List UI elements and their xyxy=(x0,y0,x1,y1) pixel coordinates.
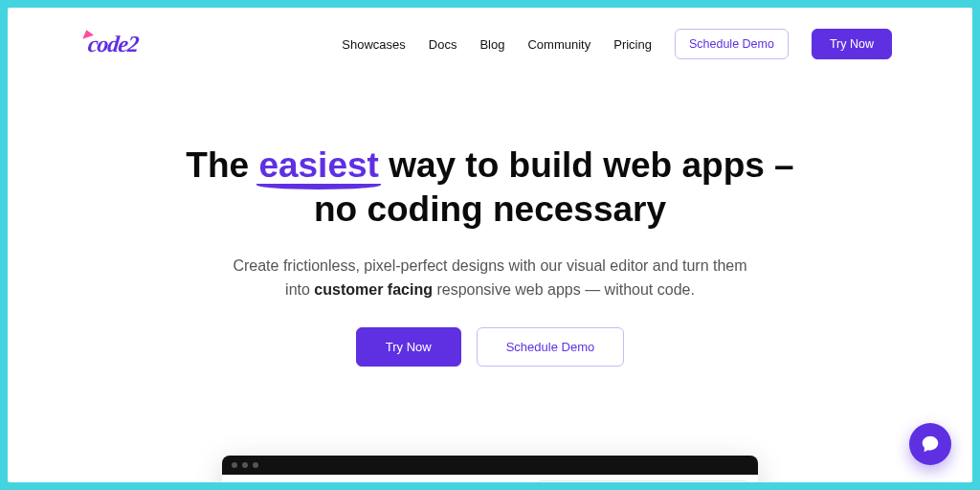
window-dot-icon xyxy=(232,462,237,468)
headline-highlight: easiest xyxy=(258,144,379,188)
window-dot-icon xyxy=(242,462,248,468)
nav-link-pricing[interactable]: Pricing xyxy=(613,37,652,52)
browser-chrome-bar xyxy=(222,456,758,475)
hero-subtext: Create frictionless, pixel-perfect desig… xyxy=(222,254,758,302)
nav-link-community[interactable]: Community xyxy=(527,37,590,52)
hero-try-now-button[interactable]: Try Now xyxy=(356,327,461,367)
hero-cta-row: Try Now Schedule Demo xyxy=(84,327,896,367)
try-now-button[interactable]: Try Now xyxy=(812,29,892,59)
schedule-demo-button[interactable]: Schedule Demo xyxy=(675,29,789,59)
headline-post: way to build web apps – no coding necess… xyxy=(314,145,794,229)
nav-link-blog[interactable]: Blog xyxy=(479,37,504,52)
chat-widget-button[interactable] xyxy=(909,423,951,465)
primary-nav: Showcases Docs Blog Community Pricing Sc… xyxy=(342,29,892,59)
product-screenshot-mock xyxy=(222,456,758,482)
nav-link-showcases[interactable]: Showcases xyxy=(342,37,405,52)
site-header: code2 Showcases Docs Blog Community Pric… xyxy=(8,8,972,59)
hero-section: The easiest way to build web apps – no c… xyxy=(8,144,972,367)
brand-logo[interactable]: code2 xyxy=(87,32,140,57)
nav-link-docs[interactable]: Docs xyxy=(429,37,457,52)
window-dot-icon xyxy=(253,462,258,468)
hero-headline: The easiest way to build web apps – no c… xyxy=(184,144,796,233)
chat-icon xyxy=(920,434,941,455)
hero-schedule-demo-button[interactable]: Schedule Demo xyxy=(477,327,625,367)
mock-search-bar xyxy=(538,480,748,482)
headline-pre: The xyxy=(186,145,258,185)
subtext-bold: customer facing xyxy=(314,281,433,298)
subtext-post: responsive web apps — without code. xyxy=(433,281,695,298)
browser-body xyxy=(222,475,758,482)
